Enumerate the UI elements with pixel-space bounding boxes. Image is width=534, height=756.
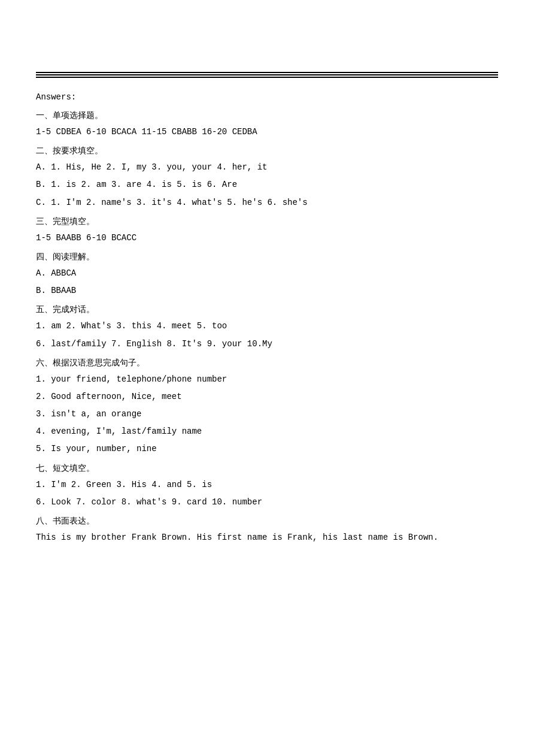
section-5-line-2: 6. last/family 7. English 8. It's 9. you… xyxy=(36,337,498,352)
answers-label: Answers: xyxy=(36,92,498,102)
section-6-line-5: 5. Is your, number, nine xyxy=(36,441,498,456)
section-4-title: 四、阅读理解。 xyxy=(36,252,498,262)
section-5-title: 五、完成对话。 xyxy=(36,304,498,315)
section-7-title: 七、短文填空。 xyxy=(36,463,498,474)
page: Answers: 一、单项选择题。 1-5 CDBEA 6-10 BCACA 1… xyxy=(0,0,534,756)
header-decoration xyxy=(36,72,498,78)
section-5: 五、完成对话。 1. am 2. What's 3. this 4. meet … xyxy=(36,304,498,351)
section-1-title: 一、单项选择题。 xyxy=(36,110,498,121)
section-7-line-1: 1. I'm 2. Green 3. His 4. and 5. is xyxy=(36,477,498,492)
section-1-line-1: 1-5 CDBEA 6-10 BCACA 11-15 CBABB 16-20 C… xyxy=(36,125,498,140)
section-6-line-1: 1. your friend, telephone/phone number xyxy=(36,372,498,387)
section-3-title: 三、完型填空。 xyxy=(36,216,498,227)
section-2-title: 二、按要求填空。 xyxy=(36,146,498,156)
section-2-line-2: B. 1. is 2. am 3. are 4. is 5. is 6. Are xyxy=(36,177,498,192)
section-1: 一、单项选择题。 1-5 CDBEA 6-10 BCACA 11-15 CBAB… xyxy=(36,110,498,140)
section-7: 七、短文填空。 1. I'm 2. Green 3. His 4. and 5.… xyxy=(36,463,498,510)
section-6-line-4: 4. evening, I'm, last/family name xyxy=(36,424,498,439)
section-3-line-1: 1-5 BAABB 6-10 BCACC xyxy=(36,231,498,246)
section-6: 六、根据汉语意思完成句子。 1. your friend, telephone/… xyxy=(36,358,498,457)
section-4: 四、阅读理解。 A. ABBCA B. BBAAB xyxy=(36,252,498,298)
section-8: 八、书面表达。 This is my brother Frank Brown. … xyxy=(36,516,498,545)
section-4-line-1: A. ABBCA xyxy=(36,266,498,281)
section-6-line-2: 2. Good afternoon, Nice, meet xyxy=(36,389,498,404)
section-8-line-1: This is my brother Frank Brown. His firs… xyxy=(36,530,498,545)
section-5-line-1: 1. am 2. What's 3. this 4. meet 5. too xyxy=(36,319,498,334)
section-8-title: 八、书面表达。 xyxy=(36,516,498,527)
section-4-line-2: B. BBAAB xyxy=(36,283,498,298)
section-2: 二、按要求填空。 A. 1. His, He 2. I, my 3. you, … xyxy=(36,146,498,210)
section-7-line-2: 6. Look 7. color 8. what's 9. card 10. n… xyxy=(36,495,498,510)
section-6-line-3: 3. isn't a, an orange xyxy=(36,407,498,422)
section-2-line-1: A. 1. His, He 2. I, my 3. you, your 4. h… xyxy=(36,160,498,175)
section-3: 三、完型填空。 1-5 BAABB 6-10 BCACC xyxy=(36,216,498,246)
section-6-title: 六、根据汉语意思完成句子。 xyxy=(36,358,498,368)
section-2-line-3: C. 1. I'm 2. name's 3. it's 4. what's 5.… xyxy=(36,195,498,210)
